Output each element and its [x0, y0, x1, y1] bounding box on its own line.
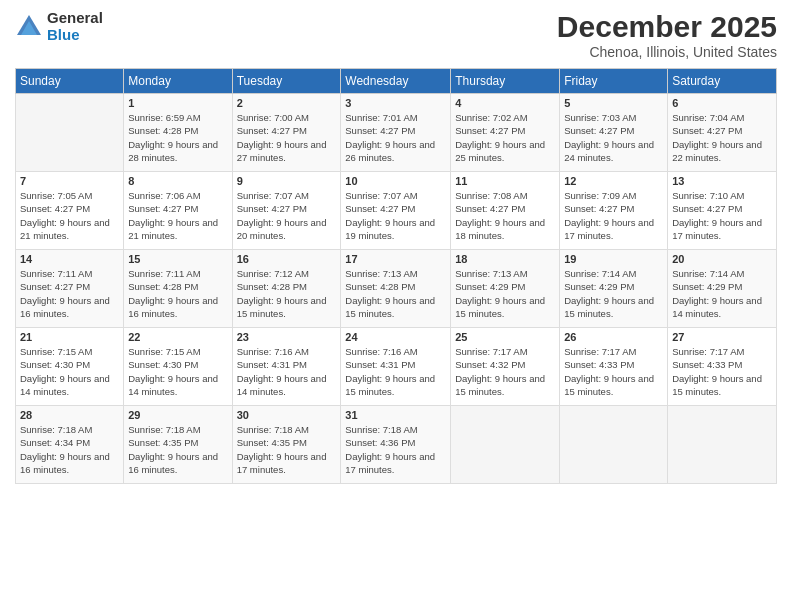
day-detail: Sunrise: 7:00 AMSunset: 4:27 PMDaylight:… [237, 112, 327, 163]
calendar-cell-w2-d7: 13Sunrise: 7:10 AMSunset: 4:27 PMDayligh… [668, 172, 777, 250]
calendar-cell-w5-d4: 31Sunrise: 7:18 AMSunset: 4:36 PMDayligh… [341, 406, 451, 484]
day-detail: Sunrise: 7:18 AMSunset: 4:35 PMDaylight:… [128, 424, 218, 475]
day-number: 2 [237, 97, 337, 109]
day-detail: Sunrise: 7:18 AMSunset: 4:36 PMDaylight:… [345, 424, 435, 475]
day-detail: Sunrise: 7:11 AMSunset: 4:28 PMDaylight:… [128, 268, 218, 319]
header: General Blue December 2025 Chenoa, Illin… [15, 10, 777, 60]
day-number: 28 [20, 409, 119, 421]
day-number: 22 [128, 331, 227, 343]
day-number: 5 [564, 97, 663, 109]
calendar-cell-w5-d7 [668, 406, 777, 484]
calendar-cell-w4-d1: 21Sunrise: 7:15 AMSunset: 4:30 PMDayligh… [16, 328, 124, 406]
page: General Blue December 2025 Chenoa, Illin… [0, 0, 792, 612]
day-number: 8 [128, 175, 227, 187]
day-detail: Sunrise: 7:02 AMSunset: 4:27 PMDaylight:… [455, 112, 545, 163]
day-number: 29 [128, 409, 227, 421]
calendar-cell-w2-d1: 7Sunrise: 7:05 AMSunset: 4:27 PMDaylight… [16, 172, 124, 250]
day-number: 15 [128, 253, 227, 265]
calendar-cell-w5-d6 [560, 406, 668, 484]
day-number: 20 [672, 253, 772, 265]
calendar-cell-w2-d3: 9Sunrise: 7:07 AMSunset: 4:27 PMDaylight… [232, 172, 341, 250]
calendar-cell-w3-d7: 20Sunrise: 7:14 AMSunset: 4:29 PMDayligh… [668, 250, 777, 328]
day-detail: Sunrise: 7:07 AMSunset: 4:27 PMDaylight:… [237, 190, 327, 241]
day-detail: Sunrise: 7:16 AMSunset: 4:31 PMDaylight:… [345, 346, 435, 397]
calendar-cell-w2-d5: 11Sunrise: 7:08 AMSunset: 4:27 PMDayligh… [451, 172, 560, 250]
week-row-5: 28Sunrise: 7:18 AMSunset: 4:34 PMDayligh… [16, 406, 777, 484]
day-detail: Sunrise: 7:18 AMSunset: 4:35 PMDaylight:… [237, 424, 327, 475]
day-number: 4 [455, 97, 555, 109]
calendar-cell-w3-d4: 17Sunrise: 7:13 AMSunset: 4:28 PMDayligh… [341, 250, 451, 328]
calendar-cell-w5-d1: 28Sunrise: 7:18 AMSunset: 4:34 PMDayligh… [16, 406, 124, 484]
calendar-cell-w1-d5: 4Sunrise: 7:02 AMSunset: 4:27 PMDaylight… [451, 94, 560, 172]
month-title: December 2025 [557, 10, 777, 44]
day-detail: Sunrise: 7:09 AMSunset: 4:27 PMDaylight:… [564, 190, 654, 241]
calendar-cell-w1-d4: 3Sunrise: 7:01 AMSunset: 4:27 PMDaylight… [341, 94, 451, 172]
day-detail: Sunrise: 7:17 AMSunset: 4:33 PMDaylight:… [564, 346, 654, 397]
week-row-1: 1Sunrise: 6:59 AMSunset: 4:28 PMDaylight… [16, 94, 777, 172]
title-block: December 2025 Chenoa, Illinois, United S… [557, 10, 777, 60]
col-sunday: Sunday [16, 69, 124, 94]
day-detail: Sunrise: 7:08 AMSunset: 4:27 PMDaylight:… [455, 190, 545, 241]
calendar-cell-w3-d2: 15Sunrise: 7:11 AMSunset: 4:28 PMDayligh… [124, 250, 232, 328]
calendar-cell-w4-d6: 26Sunrise: 7:17 AMSunset: 4:33 PMDayligh… [560, 328, 668, 406]
day-detail: Sunrise: 7:07 AMSunset: 4:27 PMDaylight:… [345, 190, 435, 241]
week-row-2: 7Sunrise: 7:05 AMSunset: 4:27 PMDaylight… [16, 172, 777, 250]
calendar-cell-w4-d3: 23Sunrise: 7:16 AMSunset: 4:31 PMDayligh… [232, 328, 341, 406]
calendar-cell-w4-d7: 27Sunrise: 7:17 AMSunset: 4:33 PMDayligh… [668, 328, 777, 406]
day-detail: Sunrise: 7:11 AMSunset: 4:27 PMDaylight:… [20, 268, 110, 319]
day-detail: Sunrise: 7:13 AMSunset: 4:29 PMDaylight:… [455, 268, 545, 319]
calendar-cell-w5-d3: 30Sunrise: 7:18 AMSunset: 4:35 PMDayligh… [232, 406, 341, 484]
col-saturday: Saturday [668, 69, 777, 94]
day-detail: Sunrise: 7:18 AMSunset: 4:34 PMDaylight:… [20, 424, 110, 475]
calendar-cell-w3-d3: 16Sunrise: 7:12 AMSunset: 4:28 PMDayligh… [232, 250, 341, 328]
day-detail: Sunrise: 6:59 AMSunset: 4:28 PMDaylight:… [128, 112, 218, 163]
day-detail: Sunrise: 7:04 AMSunset: 4:27 PMDaylight:… [672, 112, 762, 163]
day-number: 23 [237, 331, 337, 343]
calendar-cell-w4-d5: 25Sunrise: 7:17 AMSunset: 4:32 PMDayligh… [451, 328, 560, 406]
logo-blue-text: Blue [47, 27, 103, 44]
calendar-cell-w5-d5 [451, 406, 560, 484]
logo: General Blue [15, 10, 103, 43]
day-detail: Sunrise: 7:15 AMSunset: 4:30 PMDaylight:… [128, 346, 218, 397]
logo-text: General Blue [47, 10, 103, 43]
logo-icon [15, 13, 43, 41]
calendar-cell-w1-d6: 5Sunrise: 7:03 AMSunset: 4:27 PMDaylight… [560, 94, 668, 172]
calendar-cell-w3-d1: 14Sunrise: 7:11 AMSunset: 4:27 PMDayligh… [16, 250, 124, 328]
calendar-cell-w5-d2: 29Sunrise: 7:18 AMSunset: 4:35 PMDayligh… [124, 406, 232, 484]
day-number: 9 [237, 175, 337, 187]
day-detail: Sunrise: 7:12 AMSunset: 4:28 PMDaylight:… [237, 268, 327, 319]
calendar-cell-w2-d4: 10Sunrise: 7:07 AMSunset: 4:27 PMDayligh… [341, 172, 451, 250]
day-number: 24 [345, 331, 446, 343]
calendar: Sunday Monday Tuesday Wednesday Thursday… [15, 68, 777, 484]
calendar-cell-w3-d6: 19Sunrise: 7:14 AMSunset: 4:29 PMDayligh… [560, 250, 668, 328]
col-wednesday: Wednesday [341, 69, 451, 94]
day-number: 7 [20, 175, 119, 187]
week-row-3: 14Sunrise: 7:11 AMSunset: 4:27 PMDayligh… [16, 250, 777, 328]
location: Chenoa, Illinois, United States [557, 44, 777, 60]
calendar-cell-w1-d1 [16, 94, 124, 172]
week-row-4: 21Sunrise: 7:15 AMSunset: 4:30 PMDayligh… [16, 328, 777, 406]
logo-general-text: General [47, 10, 103, 27]
day-detail: Sunrise: 7:03 AMSunset: 4:27 PMDaylight:… [564, 112, 654, 163]
day-detail: Sunrise: 7:05 AMSunset: 4:27 PMDaylight:… [20, 190, 110, 241]
day-number: 6 [672, 97, 772, 109]
col-friday: Friday [560, 69, 668, 94]
calendar-cell-w4-d2: 22Sunrise: 7:15 AMSunset: 4:30 PMDayligh… [124, 328, 232, 406]
day-number: 26 [564, 331, 663, 343]
calendar-header-row: Sunday Monday Tuesday Wednesday Thursday… [16, 69, 777, 94]
day-number: 11 [455, 175, 555, 187]
calendar-cell-w1-d3: 2Sunrise: 7:00 AMSunset: 4:27 PMDaylight… [232, 94, 341, 172]
day-number: 14 [20, 253, 119, 265]
day-number: 1 [128, 97, 227, 109]
day-number: 30 [237, 409, 337, 421]
calendar-cell-w1-d7: 6Sunrise: 7:04 AMSunset: 4:27 PMDaylight… [668, 94, 777, 172]
day-number: 13 [672, 175, 772, 187]
day-detail: Sunrise: 7:14 AMSunset: 4:29 PMDaylight:… [672, 268, 762, 319]
day-detail: Sunrise: 7:10 AMSunset: 4:27 PMDaylight:… [672, 190, 762, 241]
day-detail: Sunrise: 7:01 AMSunset: 4:27 PMDaylight:… [345, 112, 435, 163]
calendar-cell-w3-d5: 18Sunrise: 7:13 AMSunset: 4:29 PMDayligh… [451, 250, 560, 328]
col-monday: Monday [124, 69, 232, 94]
day-number: 3 [345, 97, 446, 109]
day-detail: Sunrise: 7:14 AMSunset: 4:29 PMDaylight:… [564, 268, 654, 319]
day-number: 12 [564, 175, 663, 187]
